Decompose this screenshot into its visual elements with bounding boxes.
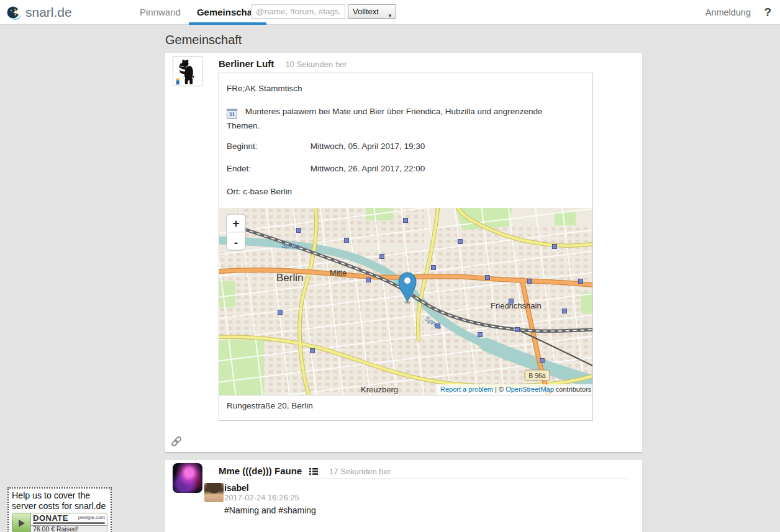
map-zoom-control: + -: [227, 214, 245, 250]
pledgie-donate-badge[interactable]: DONATE pledgie.com 76.00 € Raised!: [12, 513, 107, 532]
search-input[interactable]: [251, 4, 345, 19]
author-name[interactable]: Berliner Luft: [219, 58, 274, 69]
post-berliner-luft: Berliner Luft 10 Sekunden her FRe;AK Sta…: [165, 53, 642, 452]
donation-box: Help us to cover the server costs for sn…: [7, 487, 112, 532]
svg-text:Report a problem | © OpenStree: Report a problem | © OpenStreetMap contr…: [440, 385, 592, 393]
avatar[interactable]: [173, 463, 202, 493]
post-header: Berliner Luft 10 Sekunden her: [219, 58, 347, 70]
page: snarl.de Pinnwand Gemeinschaft Volltext …: [0, 0, 780, 532]
event-start-row: Beginnt: Mittwoch, 05. April 2017, 19:30: [227, 142, 425, 151]
nav-tab-pinnwand[interactable]: Pinnwand: [132, 0, 189, 25]
post-timestamp: 17 Sekunden her: [329, 467, 391, 476]
event-description: 31 Munteres palawern bei Mate und Bier ü…: [227, 104, 576, 133]
snarl-logo-icon: [6, 5, 25, 20]
map-label-friedrichshain: Friedrichshain: [491, 301, 542, 310]
event-location-row: Ort: c-base Berlin: [227, 187, 292, 196]
author-name[interactable]: Mme (((de))) Faune: [219, 466, 302, 476]
map-label-spree-1: Spree: [281, 241, 300, 250]
event-card: FRe;AK Stammtisch 31 Munteres palawern b…: [219, 73, 593, 421]
pledgie-site-label: pledgie.com: [78, 515, 105, 520]
map-label-mitte: Mitte: [330, 269, 347, 277]
report-problem-link[interactable]: Report a problem: [440, 385, 493, 393]
login-link[interactable]: Anmeldung: [705, 0, 751, 25]
avatar[interactable]: [173, 56, 202, 86]
help-icon[interactable]: ?: [764, 0, 771, 25]
chevron-down-icon: ▼: [388, 9, 392, 22]
svg-text:B 96a: B 96a: [528, 372, 546, 379]
post-header-divider: [219, 479, 629, 479]
page-title: Gemeinschaft: [165, 33, 242, 47]
calendar-icon: 31: [227, 109, 237, 119]
map-zoom-out-button[interactable]: -: [234, 236, 238, 249]
map-road-ref-badge: B 96a: [525, 370, 550, 381]
post-header: Mme (((de))) Faune 17 Sekunden her: [219, 466, 391, 477]
event-address: Rungestraße 20, Berlin: [219, 395, 592, 420]
post-timestamp: 10 Sekunden her: [286, 60, 347, 69]
play-icon: [12, 513, 31, 532]
donation-text-line2: server costs for snarl.de: [12, 501, 107, 512]
link-icon[interactable]: [171, 436, 183, 448]
shared-author-avatar[interactable]: [204, 483, 224, 502]
search-scope-select[interactable]: Volltext ▼: [348, 4, 396, 19]
main-nav: Pinnwand Gemeinschaft: [132, 0, 266, 25]
content-area: Gemeinschaft: [0, 25, 780, 532]
donation-progress-bar: [33, 522, 105, 524]
amount-raised: 76.00 € Raised!: [31, 525, 107, 532]
event-end-row: Endet: Mittwoch, 26. April 2017, 22:00: [227, 164, 425, 173]
donate-button-label: DONATE: [33, 513, 68, 523]
shared-timestamp: 2017-02-24 16:26:25: [224, 493, 299, 502]
svg-text:-: -: [234, 236, 238, 249]
event-title: FRe;AK Stammtisch: [227, 84, 302, 93]
map-zoom-in-button[interactable]: +: [232, 217, 239, 230]
shared-post-text: #Naming and #shaming: [224, 505, 316, 515]
top-bar: snarl.de Pinnwand Gemeinschaft Volltext …: [0, 0, 780, 25]
forum-list-icon: [309, 466, 318, 477]
map-label-kreuzberg: Kreuzberg: [361, 385, 398, 394]
openstreetmap-link[interactable]: OpenStreetMap: [506, 385, 554, 393]
site-name: snarl.de: [25, 5, 72, 20]
donation-text-line1: Help us to cover the: [12, 490, 107, 501]
site-logo[interactable]: snarl.de: [6, 0, 72, 25]
map-attribution: Report a problem | © OpenStreetMap contr…: [437, 384, 592, 395]
svg-text:+: +: [232, 217, 239, 230]
map[interactable]: B 96a Berlin Mitte Friedrichshain Kreuzb…: [219, 208, 592, 395]
post-mme-faune: Mme (((de))) Faune 17 Sekunden her isabe…: [165, 460, 642, 532]
shared-author-name[interactable]: isabel: [224, 483, 249, 493]
map-label-berlin: Berlin: [276, 272, 303, 284]
